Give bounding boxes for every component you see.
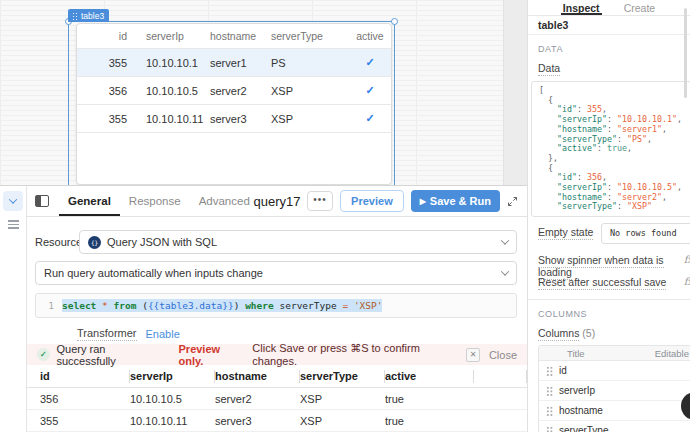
- query-title[interactable]: query17: [254, 194, 301, 209]
- query-list-icon[interactable]: [8, 220, 19, 229]
- json-token: :: [577, 172, 587, 182]
- table3-header-row: idserverIphostnameserverTypeactive: [77, 24, 391, 49]
- tab-advanced[interactable]: Advanced: [190, 186, 259, 216]
- tab-inspect[interactable]: Inspect: [561, 0, 602, 15]
- sql-code-editor[interactable]: 1 select * from ({{table3.data}}) where …: [35, 293, 517, 318]
- scrollbar[interactable]: [684, 8, 687, 98]
- sidebar-toggle-icon[interactable]: [35, 195, 49, 207]
- table-row[interactable]: 35510.10.10.1server1PS✓: [77, 49, 391, 77]
- json-token: ,: [602, 172, 607, 182]
- data-field-label: Data: [538, 62, 560, 76]
- close-icon[interactable]: ✕: [466, 348, 480, 362]
- fx-toggle-icon[interactable]: fx: [684, 276, 690, 287]
- columns-label: Columns: [538, 327, 579, 341]
- json-token: :: [607, 114, 617, 124]
- column-list-item[interactable]: serverIp: [539, 381, 690, 401]
- json-token: "serverType": [557, 201, 617, 211]
- drag-handle-icon: [72, 12, 78, 20]
- column-header: id: [77, 30, 127, 42]
- json-token: "10.10.10.1": [617, 114, 677, 124]
- results-cell: 355: [40, 415, 130, 427]
- expand-panel-icon[interactable]: [507, 196, 518, 207]
- empty-state-input[interactable]: No rows found: [601, 223, 690, 244]
- data-json-editor[interactable]: [{"id": 355,"serverIp": "10.10.10.1","ho…: [531, 81, 690, 217]
- table-row[interactable]: 35610.10.10.5server2XSP✓: [77, 77, 391, 105]
- json-token: },: [548, 153, 558, 163]
- json-token: :: [617, 201, 627, 211]
- results-cell: true: [385, 393, 474, 405]
- table-cell: ✓: [347, 84, 392, 97]
- table-cell: ✓: [347, 56, 392, 69]
- widget-name: table3: [81, 11, 104, 21]
- column-list-item[interactable]: serverType: [539, 421, 690, 432]
- column-name: serverIp: [559, 385, 595, 396]
- tab-response[interactable]: Response: [120, 186, 190, 216]
- section-divider: [528, 299, 690, 300]
- table-cell: XSP: [271, 113, 347, 125]
- chevron-down-icon: [9, 195, 17, 203]
- column-list-item[interactable]: id: [539, 361, 690, 381]
- json-line: "active": true,: [539, 144, 690, 154]
- results-cell: XSP: [300, 393, 385, 405]
- play-icon: ▶: [420, 197, 426, 206]
- json-token: "serverIp": [557, 182, 607, 192]
- sql-token: 'XSP': [354, 300, 383, 311]
- close-button[interactable]: Close: [489, 349, 517, 361]
- results-header-row: idserverIphostnameserverTypeactive: [27, 365, 527, 388]
- preview-warning-text: Click Save or press ⌘S to confirm change…: [252, 342, 459, 367]
- column-header: serverIp: [127, 30, 210, 42]
- status-message: Query ran successfully: [57, 343, 164, 367]
- reset-after-save-label: Reset after successful save: [538, 276, 666, 290]
- table-row[interactable]: 35510.10.10.11server3XSP✓: [77, 105, 391, 133]
- json-token: "hostname": [557, 124, 607, 134]
- table-cell: 10.10.10.1: [127, 57, 210, 69]
- chevron-down-icon: [501, 267, 509, 275]
- save-and-run-button[interactable]: ▶ Save & Run: [411, 190, 500, 212]
- data-section-label: DATA: [538, 44, 690, 54]
- json-line: [: [539, 86, 690, 96]
- results-cell: 356: [40, 393, 130, 405]
- transformer-enable-link[interactable]: Enable: [146, 328, 180, 340]
- preview-warning-bold: Preview only.: [179, 343, 246, 367]
- column-name: serverType: [559, 425, 608, 432]
- retool-editor: table3 idserverIphostnameserverTypeactiv…: [0, 0, 690, 432]
- results-row: 35610.10.10.5server2XSPtrue: [27, 388, 527, 410]
- results-column-header: active: [385, 370, 474, 383]
- results-cell: 10.10.10.5: [130, 393, 215, 405]
- json-token: "XSP": [627, 201, 652, 211]
- table3-widget-label[interactable]: table3: [68, 9, 109, 22]
- json-token: "PS": [627, 134, 647, 144]
- transformer-label: Transformer: [77, 327, 137, 341]
- selection-handle[interactable]: [391, 18, 398, 25]
- empty-state-label: Empty state: [538, 226, 593, 240]
- fx-toggle-icon[interactable]: fx: [684, 254, 690, 265]
- column-header: serverType: [271, 30, 347, 42]
- sql-token: ): [234, 300, 245, 311]
- results-column-header: [474, 370, 527, 383]
- check-icon: ✓: [365, 84, 374, 96]
- json-line: },: [539, 154, 690, 164]
- inspected-component-name[interactable]: table3: [528, 16, 690, 35]
- column-list-item[interactable]: hostname: [539, 401, 690, 421]
- more-options-button[interactable]: •••: [307, 191, 333, 211]
- tab-general[interactable]: General: [59, 186, 120, 216]
- resource-icon: {}: [88, 236, 101, 249]
- columns-list-header: Title Editable: [539, 346, 690, 361]
- drag-handle-icon: [546, 386, 553, 396]
- table3-widget[interactable]: idserverIphostnameserverTypeactive 35510…: [76, 23, 392, 185]
- json-token: :: [607, 192, 617, 202]
- json-token: "id": [557, 104, 577, 114]
- json-token: "hostname": [557, 192, 607, 202]
- query-list-collapse-button[interactable]: [3, 191, 23, 211]
- preview-button[interactable]: Preview: [340, 190, 404, 212]
- json-token: :: [607, 182, 617, 192]
- check-icon: ✓: [365, 112, 374, 124]
- tab-create[interactable]: Create: [622, 0, 658, 15]
- results-cell: XSP: [300, 415, 385, 427]
- success-check-icon: ✓: [37, 348, 50, 361]
- drag-handle-icon: [546, 406, 553, 416]
- run-behavior-select[interactable]: Run query automatically when inputs chan…: [35, 261, 517, 285]
- json-token: "10.10.10.5": [617, 182, 677, 192]
- table-cell: 355: [77, 113, 127, 125]
- resource-select[interactable]: {} Query JSON with SQL: [79, 230, 517, 254]
